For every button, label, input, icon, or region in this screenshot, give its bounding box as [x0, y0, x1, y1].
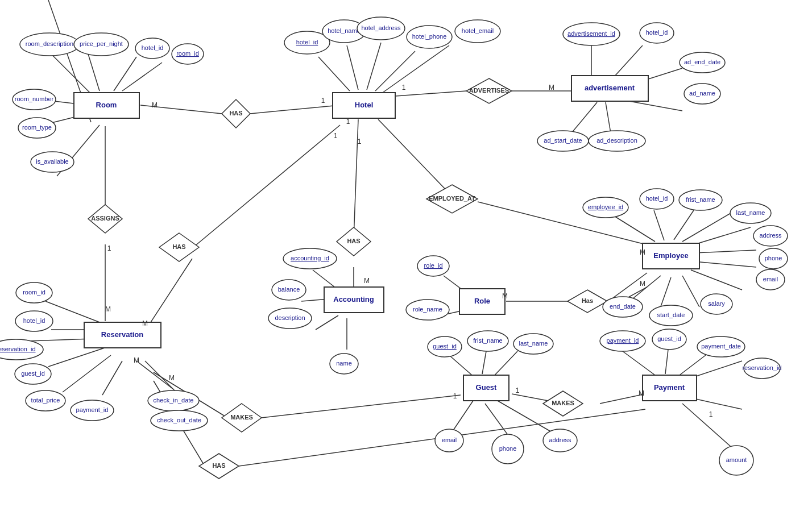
svg-line-75 — [691, 398, 742, 409]
rel-makes-reservation-guest-label: MAKES — [230, 414, 253, 421]
card-guest-makes-pay-1: 1 — [516, 387, 520, 394]
attr-phone-emp-label: phone — [765, 255, 782, 261]
card-advertises-advertisement-m: M — [549, 84, 554, 92]
svg-line-43 — [48, 347, 108, 367]
attr-room-number-label: room_number — [15, 95, 54, 102]
attr-ad-description-label: ad_description — [596, 137, 637, 144]
rel-assigns-label: ASSIGNS — [91, 215, 119, 222]
svg-line-45 — [102, 361, 122, 395]
card-payment-has-1: 1 — [709, 410, 713, 418]
attr-payment-id-res-label: payment_id — [76, 406, 109, 413]
attr-last-name-guest-label: last_name — [519, 340, 548, 347]
attr-payment-date-label: payment_date — [701, 343, 741, 350]
svg-line-71 — [623, 351, 655, 375]
card-makes-payment-m: M — [639, 389, 644, 397]
svg-line-29 — [318, 57, 350, 91]
entity-guest-label: Guest — [476, 383, 498, 392]
attr-hotel-phone-label: hotel_phone — [412, 33, 447, 40]
attr-first-name-guest-label: frist_name — [473, 337, 502, 344]
attr-reservation-id-label: reservation_id — [0, 346, 36, 352]
attr-end-date-label: end_date — [610, 303, 636, 310]
entity-role-label: Role — [474, 297, 490, 305]
svg-line-46 — [136, 361, 173, 389]
svg-line-13 — [262, 395, 461, 418]
svg-line-72 — [665, 350, 668, 374]
attr-price-per-night-label: price_per_night — [80, 40, 123, 47]
attr-description-label: description — [275, 314, 305, 321]
svg-line-33 — [381, 45, 449, 94]
card-has-res-m: M — [142, 319, 148, 327]
attr-guest-id-pay-label: guest_id — [657, 335, 681, 342]
attr-hotel-email-label: hotel_email — [462, 27, 494, 34]
card-hotel-has-res-1: 1 — [334, 132, 338, 140]
svg-line-70 — [498, 401, 552, 432]
attr-balance-label: balance — [278, 286, 300, 293]
rel-employed-at-label: EMPLOYED_AT — [429, 195, 475, 202]
svg-line-74 — [691, 361, 742, 378]
entity-payment-label: Payment — [654, 383, 685, 392]
svg-line-31 — [367, 43, 381, 90]
card-employed-at-m: M — [640, 248, 645, 256]
er-diagram: Room Hotel advertisement Reservation Acc… — [0, 0, 812, 507]
svg-line-50 — [316, 315, 338, 330]
attr-check-out-date-label: check_out_date — [157, 417, 201, 423]
attr-hotel-id-room-label: hotel_id — [142, 44, 164, 51]
svg-line-35 — [614, 45, 643, 77]
attr-address-guest-label: address — [549, 437, 571, 443]
rel-has-role-employee-label: Has — [582, 297, 593, 304]
attr-role-id-label: role_id — [424, 262, 442, 269]
svg-line-59 — [694, 250, 756, 253]
card-hotel-advertises-1: 1 — [402, 84, 406, 92]
rel-makes-guest-payment-label: MAKES — [552, 400, 574, 406]
svg-line-2 — [388, 91, 466, 97]
attr-employee-id-label: employee_id — [588, 203, 623, 210]
attr-phone-guest-label: phone — [499, 445, 517, 452]
attr-room-type-label: room_type — [22, 124, 52, 131]
attr-hotel-address-label: hotel_address — [361, 24, 401, 31]
attr-ad-end-date-label: ad_end_date — [684, 59, 720, 65]
attr-address-emp-label: address — [759, 232, 782, 239]
attr-check-in-date-label: check_in_date — [154, 397, 194, 404]
attr-is-available-label: is_available — [36, 158, 68, 165]
card-makes-guest-1: 1 — [453, 392, 457, 400]
svg-line-68 — [452, 401, 473, 432]
svg-line-30 — [347, 45, 358, 90]
entity-advertisement-label: advertisement — [585, 84, 635, 92]
svg-line-44 — [63, 355, 111, 392]
svg-line-22 — [88, 54, 100, 91]
rel-advertises-label: ADVERTISES — [469, 87, 509, 94]
attr-ad-start-date-label: ad_start_date — [544, 137, 582, 144]
svg-line-4 — [378, 119, 449, 193]
card-role-has-m: M — [502, 292, 508, 300]
attr-accounting-id-label: accounting_id — [291, 255, 329, 261]
card-assigns-reservation-m: M — [105, 305, 111, 313]
card-reservation-makes-m: M — [169, 374, 175, 382]
attr-last-name-emp-label: last_name — [736, 209, 765, 216]
attr-total-price-label: total_price — [31, 397, 60, 404]
card-hotel-has-acc-1: 1 — [358, 138, 362, 146]
card-reservation-has-bottom-m: M — [134, 356, 139, 364]
attr-hotel-name-label: hotel_name — [328, 27, 361, 34]
svg-line-76 — [682, 404, 734, 449]
entity-reservation-label: Reservation — [101, 330, 143, 339]
attr-guest-id-label: guest_id — [433, 343, 457, 350]
attr-salary-label: salary — [708, 300, 725, 307]
attr-ad-name-label: ad_name — [689, 90, 715, 97]
attr-first-name-emp-label: frist_name — [686, 196, 715, 203]
attr-email-emp-label: email — [763, 276, 778, 282]
entity-room-label: Room — [96, 101, 117, 109]
svg-line-66 — [482, 351, 486, 374]
svg-line-23 — [114, 57, 136, 91]
attr-room-id-res-label: room_id — [23, 289, 45, 296]
entity-accounting-label: Accounting — [333, 295, 374, 304]
attr-start-date-label: start_date — [657, 311, 685, 318]
card-has-acc-m: M — [364, 277, 370, 285]
card-reservation-assigns-1: 1 — [107, 244, 111, 252]
svg-line-10 — [193, 125, 340, 247]
attr-hotel-id-res-label: hotel_id — [23, 317, 45, 324]
card-has-res-hotel-1: 1 — [346, 118, 350, 126]
svg-line-61 — [691, 270, 742, 290]
svg-line-56 — [674, 210, 694, 240]
attr-hotel-id-ad-label: hotel_id — [646, 29, 668, 36]
svg-line-60 — [694, 261, 756, 267]
